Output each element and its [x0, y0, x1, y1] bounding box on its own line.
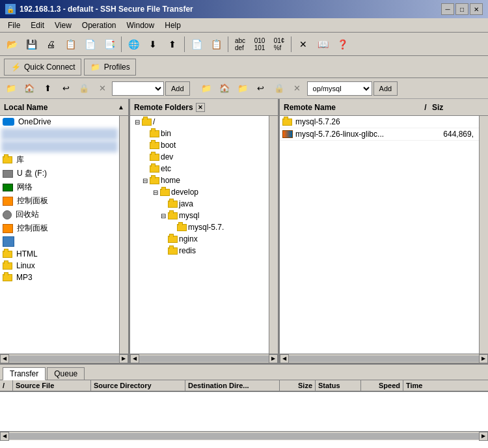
remote-folders-close[interactable]: ✕ — [196, 103, 205, 112]
scroll-left[interactable]: ◀ — [0, 354, 9, 363]
nav-close-button[interactable]: ✕ — [94, 81, 111, 96]
list-item[interactable]: HTML — [0, 248, 119, 260]
tb-btn11[interactable]: 📋 — [207, 35, 225, 53]
tb-btn10[interactable]: 📄 — [187, 35, 206, 53]
scroll-right[interactable]: ▶ — [119, 354, 128, 363]
remote-add-button[interactable]: Add — [373, 81, 398, 96]
tree-expand[interactable]: ⊟ — [133, 117, 142, 126]
list-item[interactable]: OneDrive — [0, 116, 119, 128]
scroll-right[interactable]: ▶ — [479, 432, 488, 441]
nav-remote-home-button[interactable]: 🏠 — [216, 81, 233, 96]
tree-expand[interactable]: ⊟ — [151, 188, 160, 197]
tree-item[interactable]: nginx — [130, 233, 269, 245]
nav-refresh-button[interactable]: ↩ — [57, 81, 74, 96]
nav-folder-button[interactable]: 📁 — [3, 81, 20, 96]
local-add-button[interactable]: Add — [165, 81, 190, 96]
nav-remote-new-button[interactable]: 📁 — [234, 81, 251, 96]
nav-remote-refresh-button[interactable]: ↩ — [252, 81, 269, 96]
menu-help[interactable]: Help — [159, 20, 186, 31]
tree-item[interactable]: ⊟ / — [130, 116, 269, 128]
transfer-hscroll[interactable]: ◀ ▶ — [0, 431, 488, 440]
col-dest-dir[interactable]: Destination Dire... — [185, 380, 280, 391]
tb-btn15[interactable]: ✕ — [294, 35, 312, 53]
local-hscroll[interactable]: ◀ ▶ — [0, 354, 128, 363]
nav-remote-close-button[interactable]: ✕ — [289, 81, 306, 96]
menu-view[interactable]: View — [49, 20, 77, 31]
close-button[interactable]: ✕ — [470, 3, 483, 15]
col-source-file[interactable]: Source File — [13, 380, 91, 391]
tree-item[interactable]: ⊟ mysql — [130, 210, 269, 221]
scroll-track[interactable] — [289, 356, 479, 362]
scroll-left[interactable]: ◀ — [280, 354, 289, 363]
nav-remote-folder-button[interactable]: 📁 — [198, 81, 215, 96]
nav-up-button[interactable]: ⬆ — [39, 81, 56, 96]
list-item[interactable] — [0, 235, 119, 248]
scroll-right[interactable]: ▶ — [479, 354, 488, 363]
scroll-right[interactable]: ▶ — [269, 354, 278, 363]
list-item[interactable]: 控制面板 — [0, 194, 119, 208]
tb-btn7[interactable]: 🌐 — [124, 35, 142, 53]
remote-folders-vscroll[interactable] — [269, 116, 278, 354]
tree-item[interactable]: etc — [130, 163, 269, 175]
local-sort-button[interactable]: ▲ — [118, 104, 124, 111]
tree-item[interactable]: bin — [130, 128, 269, 139]
list-item[interactable]: 控制面板 — [0, 221, 119, 235]
tree-item[interactable]: ⊟ develop — [130, 186, 269, 198]
tb-open-button[interactable]: 📂 — [3, 35, 21, 53]
scroll-left[interactable]: ◀ — [130, 354, 139, 363]
remote-path-input[interactable]: op/mysql — [307, 81, 372, 96]
tb-btn13[interactable]: 010101 — [251, 35, 269, 53]
col-sort[interactable]: / — [0, 380, 13, 391]
col-speed[interactable]: Speed — [361, 380, 403, 391]
list-item[interactable] — [1, 128, 118, 140]
list-item[interactable]: Linux — [0, 260, 119, 272]
minimize-button[interactable]: ─ — [441, 3, 454, 15]
tree-expand[interactable]: ⊟ — [141, 176, 150, 185]
col-time[interactable]: Time — [403, 380, 488, 391]
tb-btn5[interactable]: 📄 — [81, 35, 99, 53]
tb-btn12[interactable]: abcdef — [231, 35, 249, 53]
quick-connect-button[interactable]: ⚡ Quick Connect — [4, 59, 81, 76]
tree-item[interactable]: java — [130, 198, 269, 210]
list-item[interactable]: 库 — [0, 153, 119, 167]
remote-name-hscroll[interactable]: ◀ ▶ — [280, 354, 488, 363]
tb-btn8[interactable]: ⬇ — [144, 35, 162, 53]
nav-lock-button[interactable]: 🔒 — [75, 81, 92, 96]
menu-file[interactable]: File — [3, 20, 25, 31]
tb-btn4[interactable]: 📋 — [61, 35, 79, 53]
tree-item[interactable]: mysql-5.7. — [130, 221, 269, 233]
list-item[interactable]: mysql-5.7.26-linux-glibc... 644,869, — [280, 128, 479, 141]
list-item[interactable]: 网络 — [0, 180, 119, 194]
tree-item[interactable]: ⊟ home — [130, 175, 269, 186]
maximize-button[interactable]: □ — [455, 3, 468, 15]
list-item[interactable]: MP3 — [0, 272, 119, 283]
scroll-left[interactable]: ◀ — [0, 432, 9, 441]
scroll-track[interactable] — [9, 356, 119, 362]
nav-remote-lock-button[interactable]: 🔒 — [271, 81, 288, 96]
scroll-track[interactable] — [9, 433, 479, 440]
tab-queue[interactable]: Queue — [47, 367, 85, 380]
col-source-dir[interactable]: Source Directory — [91, 380, 185, 391]
nav-home-button[interactable]: 🏠 — [21, 81, 38, 96]
tab-transfer[interactable]: Transfer — [3, 367, 46, 380]
local-path-input[interactable] — [112, 81, 164, 96]
menu-operation[interactable]: Operation — [77, 20, 122, 31]
tb-btn16[interactable]: 📖 — [314, 35, 332, 53]
col-status[interactable]: Status — [316, 380, 361, 391]
profiles-button[interactable]: 📁 Profiles — [84, 59, 136, 76]
tb-print-button[interactable]: 🖨 — [42, 35, 60, 53]
menu-window[interactable]: Window — [122, 20, 160, 31]
tree-item[interactable]: redis — [130, 245, 269, 257]
local-vscroll[interactable] — [119, 116, 128, 354]
remote-folders-hscroll[interactable]: ◀ ▶ — [130, 354, 278, 363]
tb-help-button[interactable]: ❓ — [333, 35, 351, 53]
list-item[interactable]: mysql-5.7.26 — [280, 116, 479, 128]
tree-item[interactable]: boot — [130, 139, 269, 151]
list-item[interactable] — [1, 141, 118, 152]
tb-btn14[interactable]: 01¢%f — [270, 35, 288, 53]
menu-edit[interactable]: Edit — [25, 20, 49, 31]
list-item[interactable]: U 盘 (F:) — [0, 167, 119, 180]
tree-expand[interactable]: ⊟ — [159, 211, 168, 220]
remote-name-vscroll[interactable] — [479, 116, 488, 354]
tb-btn6[interactable]: 📑 — [100, 35, 118, 53]
